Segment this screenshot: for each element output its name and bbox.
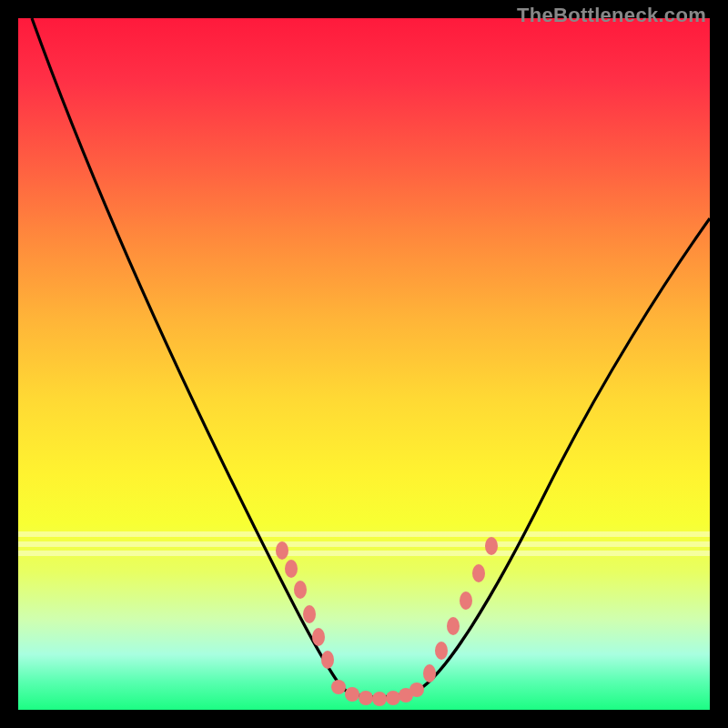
svg-point-4 (312, 628, 325, 646)
svg-point-8 (359, 691, 373, 705)
svg-point-15 (447, 617, 460, 635)
svg-point-18 (485, 537, 498, 555)
dot-cluster-floor (331, 680, 424, 706)
svg-point-6 (331, 680, 346, 694)
chart-plot-area (18, 18, 710, 710)
svg-point-3 (303, 605, 316, 623)
svg-point-7 (345, 687, 359, 702)
svg-point-13 (423, 664, 436, 682)
svg-point-5 (321, 651, 334, 669)
svg-point-0 (276, 541, 288, 560)
svg-point-12 (410, 682, 424, 697)
svg-point-1 (285, 560, 298, 578)
bottleneck-curve (18, 18, 710, 710)
curve-path (32, 18, 710, 697)
svg-point-14 (435, 642, 448, 660)
svg-point-10 (386, 691, 400, 705)
dot-cluster-right (423, 537, 498, 682)
svg-point-2 (294, 581, 307, 599)
svg-point-17 (472, 564, 485, 582)
svg-point-9 (372, 692, 387, 706)
attribution-label: TheBottleneck.com (517, 4, 706, 27)
chart-stage: TheBottleneck.com (0, 0, 728, 728)
dot-cluster-left (276, 541, 334, 669)
svg-point-16 (460, 592, 472, 610)
